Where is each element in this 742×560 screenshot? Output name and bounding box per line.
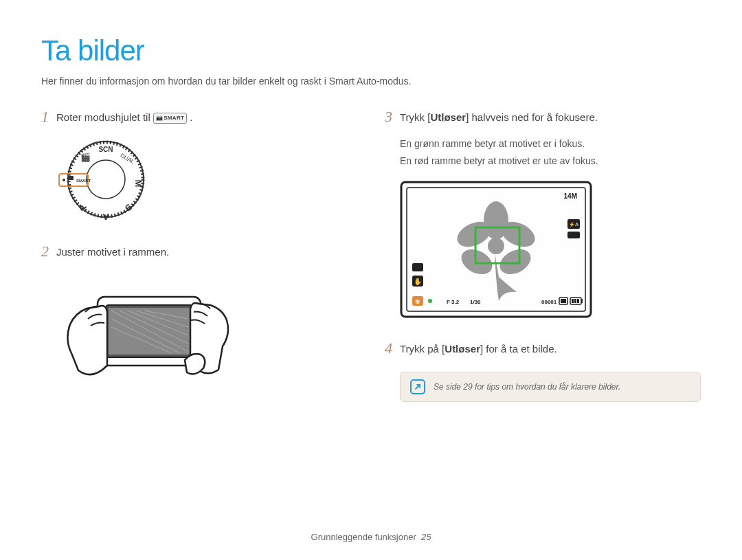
step-text: Trykk på [Utløser] for å ta et bilde. [400, 339, 557, 357]
step4-prefix: Trykk på [ [400, 343, 445, 355]
note-text: Se side 29 for tips om hvordan du får kl… [434, 382, 620, 392]
footer-section: Grunnleggende funksjoner [311, 532, 416, 542]
svg-text:🎬: 🎬 [80, 152, 91, 162]
svg-point-11 [63, 179, 65, 181]
svg-text:M: M [133, 179, 144, 187]
page-footer: Grunnleggende funksjoner 25 [0, 532, 742, 542]
mode-dial-illustration: SCN 🎬 DUAL M S A P SMART [58, 137, 357, 223]
step-2: 2 Juster motivet i rammen. [41, 242, 357, 262]
svg-point-37 [428, 299, 432, 303]
step4-bold: Utløser [445, 343, 480, 355]
svg-point-22 [488, 238, 504, 254]
svg-text:✋: ✋ [414, 277, 423, 286]
step-number: 4 [385, 339, 400, 359]
content-columns: 1 Roter modushjulet til SMART . SCN 🎬 DU… [41, 107, 701, 402]
page-title: Ta bilder [41, 34, 701, 67]
step3-bold: Utløser [430, 111, 466, 123]
resolution-indicator: 14M [564, 192, 577, 200]
step-text: Trykk [Utløser] halvveis ned for å fokus… [400, 107, 598, 126]
step1-prefix: Roter modushjulet til [56, 111, 153, 123]
step-number: 1 [41, 107, 56, 127]
step4-suffix: ] for å ta et bilde. [480, 343, 557, 355]
step3-suffix: ] halvveis ned for å fokusere. [466, 111, 598, 123]
step-1: 1 Roter modushjulet til SMART . [41, 107, 357, 127]
step-4: 4 Trykk på [Utløser] for å ta et bilde. [385, 339, 701, 359]
svg-rect-13 [68, 176, 74, 180]
svg-point-2 [87, 160, 125, 199]
info-icon [410, 379, 425, 394]
svg-rect-42 [561, 299, 566, 303]
step-number: 2 [41, 242, 56, 262]
step-text: Roter modushjulet til SMART . [56, 107, 193, 126]
svg-text:DUAL: DUAL [120, 152, 135, 165]
svg-text:SMART: SMART [76, 179, 91, 183]
svg-text:F 3.2: F 3.2 [447, 299, 460, 305]
step1-suffix: . [190, 111, 192, 123]
svg-text:SCN: SCN [98, 146, 113, 153]
smart-mode-badge: SMART [153, 113, 187, 124]
footer-page-number: 25 [421, 532, 431, 542]
step-3: 3 Trykk [Utløser] halvveis ned for å fok… [385, 107, 701, 127]
svg-rect-47 [581, 299, 583, 303]
step3-sub2: En rød ramme betyr at motivet er ute av … [400, 154, 701, 168]
step-number: 3 [385, 107, 400, 127]
svg-text:1/30: 1/30 [470, 299, 481, 305]
left-column: 1 Roter modushjulet til SMART . SCN 🎬 DU… [41, 107, 357, 402]
right-column: 3 Trykk [Utløser] halvveis ned for å fok… [385, 107, 701, 402]
step3-prefix: Trykk [ [400, 111, 430, 123]
svg-text:⚡A: ⚡A [569, 221, 578, 227]
svg-rect-46 [577, 299, 579, 303]
svg-rect-45 [574, 299, 576, 303]
svg-rect-32 [412, 263, 423, 271]
svg-text:❀: ❀ [415, 298, 420, 305]
hands-camera-illustration [58, 271, 357, 401]
step3-sub1: En grønn ramme betyr at motivet er i fok… [400, 137, 701, 151]
svg-rect-31 [567, 232, 580, 238]
step-text: Juster motivet i rammen. [56, 242, 169, 260]
svg-rect-44 [572, 299, 574, 303]
camera-screen-illustration: 14M ⚡A ✋ ❀ F 3.2 1/30 00001 [400, 181, 701, 318]
svg-text:00001: 00001 [541, 299, 557, 305]
note-box: Se side 29 for tips om hvordan du får kl… [400, 372, 701, 402]
page-subtitle: Her finner du informasjon om hvordan du … [41, 76, 701, 87]
svg-text:A: A [102, 212, 109, 222]
